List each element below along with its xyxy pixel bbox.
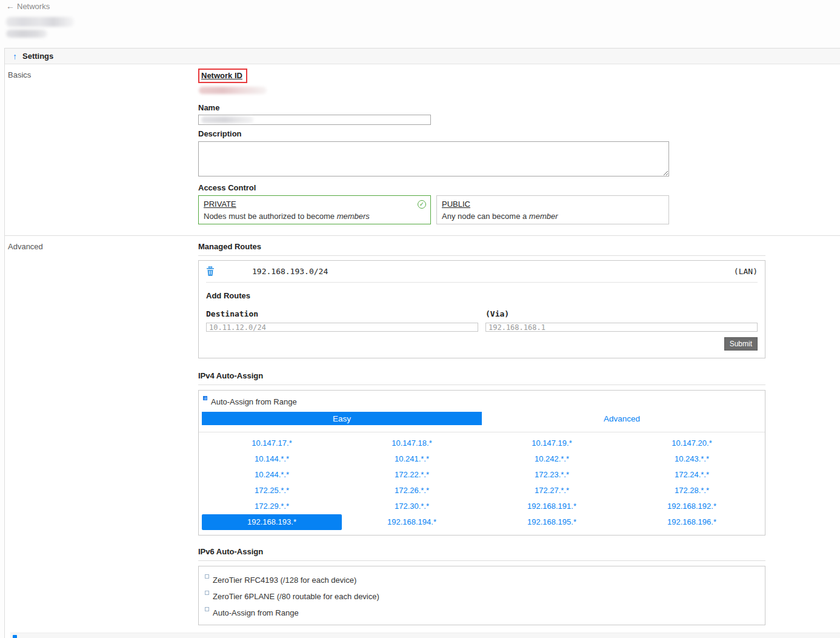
ipv4-range-option[interactable]: 10.244.*.* — [202, 467, 342, 483]
access-private-card[interactable]: PRIVATE ✓ Nodes must be authorized to be… — [198, 195, 431, 224]
description-textarea[interactable] — [198, 141, 669, 176]
ipv6-auto-assign-box: ZeroTier RFC4193 (/128 for each device)Z… — [198, 566, 765, 625]
ipv4-range-option[interactable]: 172.24.*.* — [622, 467, 762, 483]
delete-route-icon[interactable] — [206, 266, 215, 276]
ipv4-range-option[interactable]: 172.30.*.* — [342, 499, 482, 514]
ipv4-auto-assign-label: Auto-Assign from Range — [211, 397, 297, 406]
ipv6-option[interactable]: ZeroTier 6PLANE (/80 routable for each d… — [205, 591, 759, 601]
ipv4-range-option[interactable]: 192.168.191.* — [482, 499, 622, 514]
tab-advanced[interactable]: Advanced — [482, 412, 762, 425]
name-label: Name — [198, 103, 765, 112]
next-section-header-cutoff[interactable] — [10, 633, 840, 638]
via-label: (Via) — [485, 309, 758, 318]
ipv4-range-option[interactable]: 192.168.196.* — [622, 514, 762, 530]
access-control-label: Access Control — [198, 183, 765, 192]
tab-easy[interactable]: Easy — [202, 412, 482, 425]
ipv6-option-label: Auto-Assign from Range — [213, 608, 299, 617]
ipv4-range-option[interactable]: 172.27.*.* — [482, 483, 622, 499]
access-public-card[interactable]: PUBLIC Any node can become a member — [436, 195, 669, 224]
basics-row-label: Basics — [5, 64, 198, 235]
managed-routes-title: Managed Routes — [198, 239, 765, 256]
ipv4-range-option[interactable]: 172.28.*.* — [622, 483, 762, 499]
back-arrow-icon: ← — [6, 1, 15, 11]
name-input[interactable] — [198, 115, 431, 125]
ipv6-option-label: ZeroTier 6PLANE (/80 routable for each d… — [213, 592, 379, 601]
redacted-network-id — [6, 17, 74, 27]
basics-section: Basics Network ID Name Description Acces… — [5, 64, 840, 235]
add-routes-area: Add Routes Destination (Via) — [199, 283, 765, 358]
advanced-section: Advanced Managed Routes 192.168.193.0/24 — [5, 235, 840, 638]
network-id-label: Network ID — [201, 71, 242, 80]
ipv4-range-option[interactable]: 192.168.193.* — [202, 514, 342, 530]
back-to-networks-link[interactable]: ← Networks — [6, 1, 50, 11]
ipv4-auto-assign-title: IPv4 Auto-Assign — [198, 368, 765, 385]
ipv4-auto-assign-box: Auto-Assign from Range Easy Advanced 10.… — [198, 390, 765, 536]
selected-check-icon: ✓ — [418, 200, 426, 209]
description-label: Description — [198, 129, 765, 138]
via-input[interactable] — [485, 323, 758, 332]
managed-routes-box: 192.168.193.0/24 (LAN) Add Routes Destin… — [198, 260, 765, 358]
back-link-label: Networks — [17, 2, 50, 11]
route-via: (LAN) — [734, 267, 758, 276]
route-row: 192.168.193.0/24 (LAN) — [199, 261, 765, 282]
access-control-options: PRIVATE ✓ Nodes must be authorized to be… — [198, 195, 765, 224]
collapse-arrow-icon[interactable]: ↑ — [13, 52, 17, 61]
network-id-highlight-box: Network ID — [198, 69, 247, 83]
ipv4-range-option[interactable]: 192.168.192.* — [622, 499, 762, 514]
ipv4-range-option[interactable]: 10.147.20.* — [622, 435, 762, 451]
ipv6-option-label: ZeroTier RFC4193 (/128 for each device) — [213, 576, 356, 585]
ipv4-range-option[interactable]: 10.241.*.* — [342, 451, 482, 467]
destination-input[interactable] — [206, 323, 478, 332]
tabs-divider — [199, 432, 765, 432]
ipv6-option[interactable]: Auto-Assign from Range — [205, 607, 759, 617]
settings-panel-header[interactable]: ↑ Settings — [5, 49, 840, 64]
ipv4-range-option[interactable]: 10.147.19.* — [482, 435, 622, 451]
ipv4-range-option[interactable]: 172.26.*.* — [342, 483, 482, 499]
ipv4-mode-tabs: Easy Advanced — [202, 412, 762, 425]
add-route-submit-button[interactable]: Submit — [724, 337, 758, 351]
settings-panel-body: Basics Network ID Name Description Acces… — [5, 64, 840, 638]
ipv4-range-option[interactable]: 10.144.*.* — [202, 451, 342, 467]
ipv4-range-option[interactable]: 172.23.*.* — [482, 467, 622, 483]
ipv4-range-option[interactable]: 10.147.18.* — [342, 435, 482, 451]
access-public-title: PUBLIC — [442, 200, 470, 209]
ipv4-range-option[interactable]: 10.242.*.* — [482, 451, 622, 467]
advanced-row-label: Advanced — [5, 236, 198, 638]
ipv4-range-option[interactable]: 172.22.*.* — [342, 467, 482, 483]
access-private-title: PRIVATE — [204, 200, 236, 209]
panel-title: Settings — [22, 52, 53, 61]
ipv4-range-option[interactable]: 192.168.194.* — [342, 514, 482, 530]
ipv4-range-grid: 10.147.17.*10.147.18.*10.147.19.*10.147.… — [202, 435, 762, 530]
route-target: 192.168.193.0/24 — [252, 267, 328, 276]
settings-panel: ↑ Settings Basics Network ID Name Descri… — [4, 48, 840, 638]
ipv4-range-option[interactable]: 10.147.17.* — [202, 435, 342, 451]
ipv6-option[interactable]: ZeroTier RFC4193 (/128 for each device) — [205, 574, 759, 585]
ipv6-option-checkbox[interactable] — [205, 591, 209, 595]
ipv6-option-checkbox[interactable] — [205, 574, 209, 579]
ipv4-range-option[interactable]: 172.25.*.* — [202, 483, 342, 499]
next-section-arrow-icon — [13, 635, 17, 638]
ipv6-option-checkbox[interactable] — [205, 607, 209, 611]
access-public-desc: Any node can become a member — [442, 212, 558, 221]
ipv4-range-option[interactable]: 172.29.*.* — [202, 499, 342, 514]
ipv4-auto-assign-checkbox[interactable] — [203, 396, 207, 400]
redacted-network-name — [6, 30, 47, 38]
ipv4-range-option[interactable]: 192.168.195.* — [482, 514, 622, 530]
ipv4-range-option[interactable]: 10.243.*.* — [622, 451, 762, 467]
destination-label: Destination — [206, 309, 478, 318]
ipv6-auto-assign-title: IPv6 Auto-Assign — [198, 544, 765, 561]
access-private-desc: Nodes must be authorized to become membe… — [204, 212, 370, 221]
redacted-network-id-value — [199, 87, 267, 94]
add-routes-label: Add Routes — [206, 291, 758, 300]
redacted-name-value — [201, 116, 253, 123]
topbar: ← Networks — [0, 0, 840, 38]
